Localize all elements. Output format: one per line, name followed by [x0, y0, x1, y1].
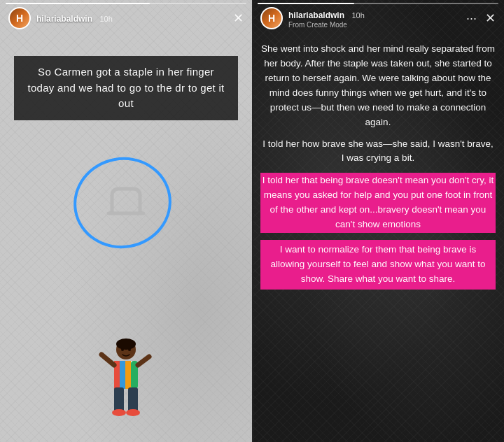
- left-close-button[interactable]: ✕: [233, 10, 244, 26]
- svg-point-13: [126, 409, 140, 416]
- left-avatar: H: [8, 7, 31, 29]
- right-timestamp: 10h: [351, 11, 364, 20]
- svg-point-15: [128, 348, 131, 351]
- left-caption-text: So Carmen got a staple in her finger tod…: [24, 64, 228, 112]
- svg-point-14: [121, 348, 124, 351]
- left-timestamp: 10h: [99, 15, 112, 23]
- person-figure: [91, 330, 161, 421]
- svg-rect-9: [128, 387, 138, 412]
- right-story-header: H hilariabaldwin 10h From Create Mode ··…: [252, 0, 504, 35]
- right-paragraph-2: I told her how brave she was—she said, I…: [260, 137, 496, 166]
- svg-line-11: [138, 357, 149, 365]
- right-avatar: H: [260, 7, 283, 29]
- right-highlight-1: I told her that being brave doesn't mean…: [260, 173, 496, 233]
- svg-point-12: [112, 409, 126, 416]
- right-sublabel: From Create Mode: [288, 21, 461, 29]
- staple-image: [98, 175, 154, 234]
- left-header-info: hilariabaldwin 10h: [36, 12, 227, 24]
- svg-rect-6: [125, 361, 131, 389]
- left-username: hilariabaldwin: [36, 14, 92, 24]
- right-highlight-2: I want to normalize for them that being …: [260, 240, 496, 290]
- svg-rect-5: [120, 361, 125, 389]
- right-text-content: She went into shock and her mind really …: [260, 42, 496, 435]
- right-story-panel: H hilariabaldwin 10h From Create Mode ··…: [252, 0, 504, 442]
- right-more-button[interactable]: ···: [466, 11, 477, 26]
- right-close-button[interactable]: ✕: [485, 10, 496, 26]
- panel-divider: [252, 0, 253, 442]
- right-username: hilariabaldwin: [288, 10, 344, 20]
- left-story-header: H hilariabaldwin 10h ✕: [0, 0, 252, 35]
- left-caption-box: So Carmen got a staple in her finger tod…: [14, 56, 238, 120]
- right-header-info: hilariabaldwin 10h From Create Mode: [288, 8, 461, 29]
- svg-point-2: [116, 338, 136, 350]
- left-story-panel: H hilariabaldwin 10h ✕ So Carmen got a s…: [0, 0, 252, 442]
- svg-rect-8: [114, 387, 124, 412]
- right-paragraph-1: She went into shock and her mind really …: [260, 42, 496, 130]
- staple-area: [70, 154, 182, 266]
- svg-line-10: [102, 355, 114, 365]
